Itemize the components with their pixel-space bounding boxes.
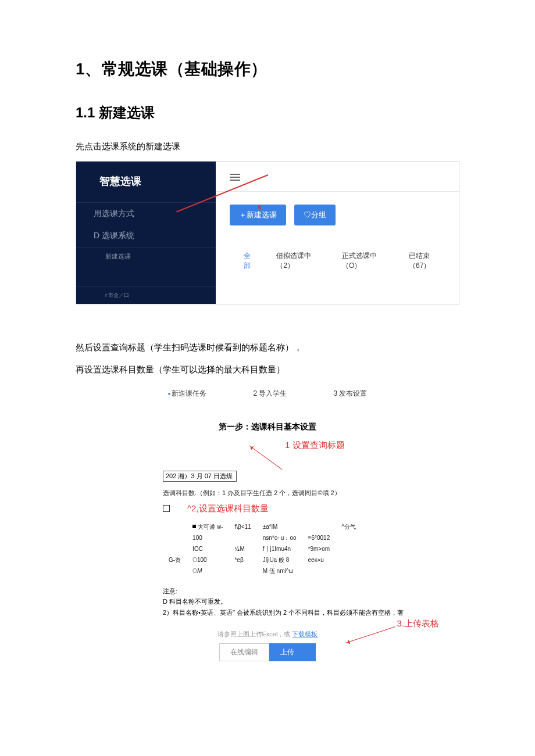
sidebar-item-system[interactable]: D 选课系统 <box>76 225 216 247</box>
grid-cell: 大可逋 w- <box>198 524 223 530</box>
note-line-2: 2）科目名称•英语、英语" 会被系统识别为 2 个不同科目，科目必须不能含有空格… <box>163 607 459 618</box>
sidebar-footer: r 市金／口 <box>76 287 216 304</box>
grid-cell: 100 <box>192 532 234 543</box>
group-button[interactable]: ♡分组 <box>294 205 336 225</box>
grid-cell: M 伍 nmi^ω <box>263 565 308 576</box>
notes-block: 注意: D 科目名称不可重发。 2）科目名称•英语、英语" 会被系统识别为 2 … <box>163 586 459 618</box>
subject-count-checkbox[interactable] <box>163 505 170 512</box>
sidebar-subitem-new[interactable]: 新建选课 <box>76 248 216 266</box>
grid-cell: ^分气 <box>341 521 368 532</box>
grid-cell: f丨j1Imu4n <box>263 543 308 554</box>
wizard-step-2[interactable]: 2 导入学生 <box>253 389 287 399</box>
divider <box>216 191 459 192</box>
wizard-steps: 新迭课任务 2 导入学生 3 发布设置 <box>76 389 459 399</box>
grid-cell: IOC <box>192 543 234 554</box>
wizard-step-1[interactable]: 新迭课任务 <box>168 389 207 399</box>
app-main-panel: ＋新建选课 ♡分组 全部 借拟选课中（2） 正式选课中（O） 已结束（67） <box>216 162 459 304</box>
notes-heading: 注意: <box>163 586 459 597</box>
app-sidebar: 智慧选课 用选课方式 D 选课系统 新建选课 r 市金／口 <box>76 162 216 304</box>
upload-hint: 请参照上图上传Excel，或 下载模板 <box>183 630 352 639</box>
annotation-1: 1 设置查询标题 <box>285 440 345 451</box>
download-template-link[interactable]: 下载模板 <box>292 630 318 637</box>
online-edit-button[interactable]: 在线编辑 <box>219 643 269 661</box>
section-heading: 1、常规选课（基础操作） <box>76 58 459 80</box>
grid-row-lead: G-资 <box>169 554 192 565</box>
grid-cell: ±a°iM <box>263 521 308 532</box>
annotation-2: ^2,设置选课科目数量 <box>187 503 269 514</box>
intro-paragraph-2: 然后设置查询标题（学生扫码选课时候看到的标题名称）， <box>76 339 459 356</box>
grid-cell: f\β<11 <box>234 521 262 532</box>
annotation-arrow-3 <box>346 626 396 643</box>
subject-count-label: 选调科目数.（例如：1 办及目字生任选 2 个，选调同目©填 2） <box>163 489 459 497</box>
grid-cell: eeκ«u <box>308 554 342 565</box>
grid-cell: ≡6°0012 <box>308 532 342 543</box>
course-title-input[interactable]: 202 湘）3 月 07 日选煤 <box>163 471 237 482</box>
status-tabs: 全部 借拟选课中（2） 正式选课中（O） 已结束（67） <box>230 251 445 271</box>
upload-hint-text: 请参照上图上传Excel，或 <box>217 630 291 637</box>
tab-done[interactable]: 已结束（67） <box>409 251 445 271</box>
grid-cell: *9m>om <box>308 543 342 554</box>
tab-active[interactable]: 正式选课中（O） <box>342 251 388 271</box>
grid-cell: *eβ <box>234 554 262 565</box>
intro-paragraph-1: 先点击选课系统的新建选课 <box>76 138 459 155</box>
sidebar-item-mode[interactable]: 用选课方式 <box>76 203 216 225</box>
hamburger-icon[interactable] <box>230 174 240 181</box>
grid-cell: nsn*o··u：oo <box>263 532 308 543</box>
app-brand: 智慧选课 <box>76 162 216 202</box>
upload-zone: 3.上传表格 请参照上图上传Excel，或 下载模板 在线编辑 上传 <box>183 630 352 661</box>
tab-draft[interactable]: 借拟选课中（2） <box>276 251 321 271</box>
subject-grid: 大可逋 w- f\β<11 ±a°iM ^分气 100 nsn*o··u：oo … <box>169 521 459 576</box>
grid-cell: ¹⁄₄M <box>234 543 262 554</box>
tab-all[interactable]: 全部 <box>244 251 255 271</box>
screenshot-task-setup: 新迭课任务 2 导入学生 3 发布设置 第一步：选课科目基本设置 1 设置查询标… <box>76 389 459 667</box>
wizard-step-3[interactable]: 3 发布设置 <box>333 389 367 399</box>
grid-cell: 100 <box>197 557 207 563</box>
annotation-3: 3.上传表格 <box>397 618 439 628</box>
grid-cell: JljiUa 般 8 <box>263 554 308 565</box>
subsection-heading: 1.1 新建选课 <box>76 103 459 122</box>
intro-paragraph-3: 再设置选课科目数量（学生可以选择的最大科目数量） <box>76 361 459 378</box>
step-title: 第一步：选课科目基本设置 <box>76 422 459 432</box>
grid-cell: M <box>197 568 202 574</box>
note-line-1: D 科目名称不可重发。 <box>163 596 459 607</box>
annotation-arrow-1 <box>249 445 282 470</box>
screenshot-app-nav: 智慧选课 用选课方式 D 选课系统 新建选课 r 市金／口 ＋新建选课 ♡分组 … <box>76 161 459 304</box>
upload-button[interactable]: 上传 <box>269 643 316 661</box>
